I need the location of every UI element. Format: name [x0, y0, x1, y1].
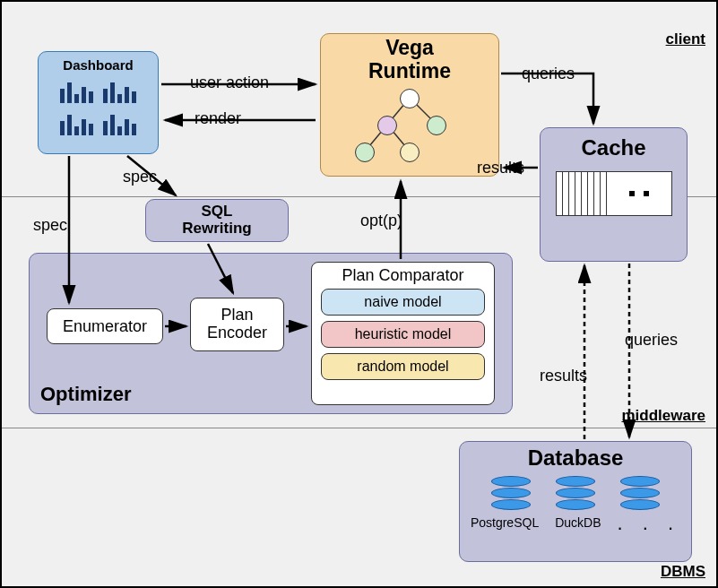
plan-encoder-box: Plan Encoder — [190, 298, 284, 351]
edge-results-bottom: results — [540, 367, 587, 385]
edge-opt-p: opt(p) — [360, 212, 402, 230]
layer-label-middleware: middleware — [621, 407, 705, 425]
tree-icon — [351, 87, 468, 159]
database-engine-labels: PostgreSQL DuckDB . . . — [471, 515, 680, 530]
architecture-diagram: client middleware DBMS Dashboard Vega Ru… — [0, 0, 718, 588]
naive-model: naive model — [321, 289, 485, 316]
database-cylinder-icon — [556, 476, 595, 510]
database-cylinder-icon — [620, 476, 660, 510]
mini-chart-icon — [101, 78, 139, 105]
duckdb-label: DuckDB — [555, 515, 601, 530]
cache-storage-icon — [556, 171, 672, 216]
edge-user-action: user action — [190, 74, 269, 92]
database-cylinder-icon — [491, 476, 531, 510]
layer-label-client: client — [666, 30, 705, 48]
cache-box: Cache — [540, 127, 688, 262]
more-engines-label: . . . — [618, 518, 681, 528]
dashboard-box: Dashboard — [38, 51, 159, 154]
edge-queries-bottom: queries — [625, 331, 678, 350]
edge-results-top: results — [477, 159, 524, 177]
random-model: random model — [321, 353, 485, 380]
edge-queries-top: queries — [522, 65, 575, 83]
optimizer-title: Optimizer — [40, 383, 131, 406]
comparator-title: Plan Comparator — [321, 266, 485, 285]
mini-chart-icon — [58, 78, 96, 105]
database-icons — [491, 476, 660, 510]
enumerator-box: Enumerator — [47, 308, 163, 344]
dashboard-charts — [49, 76, 148, 139]
edge-render: render — [195, 109, 241, 128]
vega-runtime-box: Vega Runtime — [320, 33, 499, 177]
edge-spec-left: spec — [33, 216, 67, 235]
mini-chart-icon — [101, 110, 139, 137]
sql-rewriting-box: SQL Rewriting — [145, 199, 289, 242]
edge-spec-right: spec — [123, 168, 157, 186]
database-title: Database — [528, 445, 624, 471]
postgresql-label: PostgreSQL — [471, 515, 539, 530]
database-box: Database PostgreSQL DuckDB . . . — [459, 441, 692, 562]
heuristic-model: heuristic model — [321, 321, 485, 348]
layer-label-dbms: DBMS — [661, 563, 705, 581]
plan-comparator-box: Plan Comparator naive model heuristic mo… — [311, 262, 495, 405]
dashboard-title: Dashboard — [63, 57, 133, 73]
cache-title: Cache — [581, 135, 645, 160]
mini-chart-icon — [58, 110, 96, 137]
vega-title: Vega Runtime — [368, 36, 451, 83]
